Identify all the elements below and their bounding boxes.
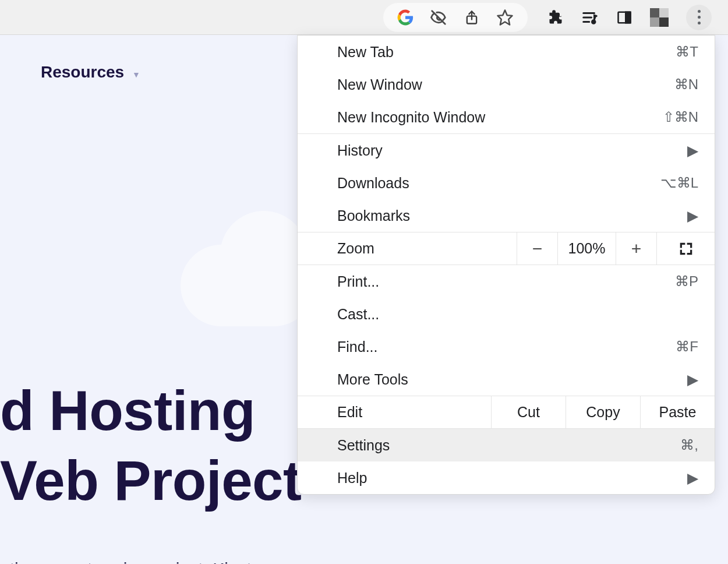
menu-new-window[interactable]: New Window ⌘N [298, 68, 715, 101]
extensions-icon[interactable] [547, 9, 564, 26]
menu-shortcut: ⌥⌘L [660, 175, 698, 191]
omnibox-icons [383, 3, 528, 32]
menu-help[interactable]: Help ▶ [298, 461, 715, 494]
edit-copy-button[interactable]: Copy [566, 396, 640, 428]
zoom-value: 100% [557, 232, 616, 265]
menu-shortcut: ⌘P [675, 273, 698, 290]
menu-label: Bookmarks [337, 207, 687, 224]
star-icon[interactable] [496, 9, 514, 26]
menu-shortcut: ⌘T [676, 44, 698, 60]
browser-menu-button[interactable] [686, 5, 712, 30]
toolbar-icons [547, 5, 712, 30]
menu-label: New Tab [337, 44, 676, 61]
menu-label: History [337, 142, 687, 159]
chevron-right-icon: ▶ [687, 207, 698, 224]
menu-cast[interactable]: Cast... [298, 298, 715, 330]
menu-print[interactable]: Print... ⌘P [298, 265, 715, 298]
menu-label: Settings [337, 437, 680, 454]
chevron-right-icon: ▶ [687, 142, 698, 159]
google-icon[interactable] [397, 9, 414, 26]
edit-paste-button[interactable]: Paste [640, 396, 715, 428]
menu-downloads[interactable]: Downloads ⌥⌘L [298, 167, 715, 199]
chevron-right-icon: ▶ [687, 470, 698, 487]
chevron-right-icon: ▶ [687, 371, 698, 388]
menu-new-incognito[interactable]: New Incognito Window ⇧⌘N [298, 101, 715, 133]
menu-bookmarks[interactable]: Bookmarks ▶ [298, 199, 715, 232]
menu-history[interactable]: History ▶ [298, 134, 715, 167]
menu-label: Downloads [337, 175, 660, 192]
music-queue-icon[interactable] [581, 9, 599, 26]
menu-label: New Window [337, 76, 674, 93]
nav-resources-label: Resources [41, 63, 124, 81]
menu-label: Cast... [337, 306, 698, 323]
menu-label: Find... [337, 339, 676, 355]
browser-toolbar [0, 0, 728, 35]
svg-marker-1 [498, 10, 513, 24]
eye-off-icon[interactable] [430, 9, 447, 26]
menu-shortcut: ⇧⌘N [663, 109, 698, 125]
menu-settings[interactable]: Settings ⌘, [298, 429, 715, 461]
chevron-down-icon: ▼ [132, 70, 140, 79]
share-icon[interactable] [464, 9, 480, 26]
menu-shortcut: ⌘, [680, 437, 698, 453]
cloud-graphic [181, 245, 314, 326]
nav-resources[interactable]: Resources ▼ [41, 63, 140, 82]
menu-zoom-row: Zoom − 100% + [298, 232, 715, 265]
profile-avatar[interactable] [650, 8, 669, 27]
svg-rect-8 [625, 12, 630, 23]
menu-new-tab[interactable]: New Tab ⌘T [298, 36, 715, 68]
hero-line-2: Veb Project [0, 449, 301, 513]
menu-more-tools[interactable]: More Tools ▶ [298, 363, 715, 396]
menu-shortcut: ⌘F [676, 339, 698, 355]
menu-label: More Tools [337, 371, 687, 388]
menu-label: Print... [337, 273, 675, 290]
fullscreen-button[interactable] [656, 232, 715, 265]
menu-label: Help [337, 470, 687, 487]
browser-menu: New Tab ⌘T New Window ⌘N New Incognito W… [297, 35, 715, 495]
hero-subtext: ation, or enterprise project, Kinsta [0, 559, 261, 564]
svg-point-5 [592, 20, 596, 23]
zoom-out-button[interactable]: − [517, 232, 557, 265]
zoom-in-button[interactable]: + [616, 232, 656, 265]
edit-cut-button[interactable]: Cut [491, 396, 566, 428]
menu-edit-row: Edit Cut Copy Paste [298, 396, 715, 429]
side-panel-icon[interactable] [616, 9, 632, 26]
menu-shortcut: ⌘N [674, 76, 698, 93]
menu-edit-label: Edit [298, 396, 491, 428]
menu-find[interactable]: Find... ⌘F [298, 330, 715, 363]
menu-zoom-label: Zoom [298, 232, 517, 265]
hero-line-1: d Hosting [0, 379, 255, 443]
menu-label: New Incognito Window [337, 109, 663, 126]
